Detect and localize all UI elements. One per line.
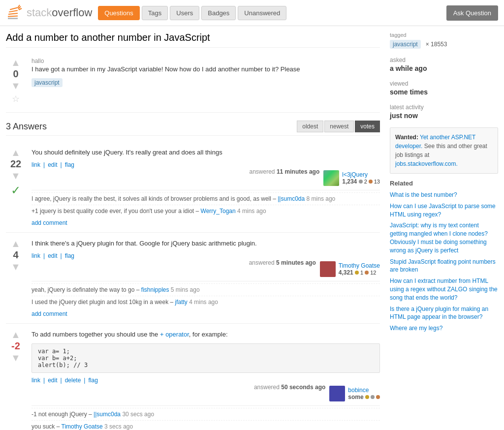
- answer-1-add-comment[interactable]: add comment: [32, 219, 380, 226]
- answer-3-comment-2: you suck – Timothy Goatse 3 secs ago: [32, 420, 380, 430]
- answer-1-flag[interactable]: flag: [65, 161, 74, 168]
- answer-2-body: I think there's a jQuery plugin for that…: [32, 239, 380, 317]
- related-1: What is the best number?: [390, 191, 498, 199]
- tag-javascript[interactable]: javascript: [32, 78, 63, 87]
- question-body: hallo I have got a number in my JavaScri…: [32, 58, 380, 104]
- answer-3-meta: answered 50 seconds ago bobince some: [32, 384, 380, 401]
- question-vote-widget: ▲ 0 ▼ ☆: [6, 58, 26, 104]
- question-tags: javascript: [32, 78, 380, 87]
- answer-1-vote-down[interactable]: ▼: [11, 171, 21, 181]
- comment-author-2[interactable]: Werry_Togan: [201, 208, 236, 215]
- question-vote-count: 0: [13, 68, 18, 80]
- sidebar-viewed: viewed some times: [390, 80, 498, 96]
- comment-b2[interactable]: Timothy Goatse: [62, 423, 103, 430]
- sort-tabs: oldest newest votes: [297, 121, 380, 132]
- viewed-value: some times: [390, 88, 498, 96]
- related-link-7[interactable]: Where are my legs?: [390, 325, 442, 332]
- nav-tags[interactable]: Tags: [142, 6, 168, 20]
- sort-oldest[interactable]: oldest: [297, 121, 323, 132]
- question-vote-up[interactable]: ▲: [11, 58, 21, 67]
- sep: |: [43, 252, 45, 259]
- answer-1-comment-1: I agree, jQuery is really the best, it s…: [32, 192, 380, 205]
- main-nav: Questions Tags Users Badges Unanswered: [98, 6, 286, 20]
- answer-3-user: bobince some: [329, 386, 380, 401]
- content-area: Add a number to another number in JavaSc…: [6, 32, 380, 430]
- ad-jobs-link[interactable]: jobs.stackoverflow.com.: [395, 160, 458, 167]
- question-title: Add a number to another number in JavaSc…: [6, 32, 380, 48]
- answer-1-vote-up[interactable]: ▲: [11, 148, 21, 157]
- answer-3-user-info: bobince some: [348, 387, 380, 400]
- sidebar-tag[interactable]: javascript: [390, 40, 421, 49]
- answer-2-add-comment[interactable]: add comment: [32, 310, 380, 317]
- comment-author[interactable]: ||sumc0da: [278, 195, 305, 202]
- sidebar: tagged javascript × 18553 asked a while …: [390, 32, 498, 430]
- answer-1-time: answered 11 minutes ago: [250, 168, 320, 175]
- answer-2-edit[interactable]: edit: [48, 252, 57, 259]
- answer-2-flag[interactable]: flag: [65, 252, 74, 259]
- answer-2-link[interactable]: link: [32, 252, 40, 259]
- related-link-3[interactable]: JavaScript: why is my text content getti…: [390, 222, 488, 253]
- answer-1-link[interactable]: link: [32, 161, 40, 168]
- answer-1-comments: I agree, jQuery is really the best, it s…: [32, 190, 380, 227]
- svg-rect-3: [9, 10, 18, 12]
- ad-wanted: Wanted:: [395, 134, 418, 141]
- sidebar-related: Related What is the best number? How can…: [390, 180, 498, 333]
- latest-value: just now: [390, 112, 498, 120]
- question-author: hallo: [32, 58, 380, 64]
- answer-2-comment-2: I used the jQuery diet plugin and lost 1…: [32, 296, 380, 308]
- bronze-dot: [376, 395, 380, 399]
- comment-a1[interactable]: fishnipples: [141, 286, 169, 293]
- answer-1-username[interactable]: l<3jQuery: [342, 171, 380, 178]
- svg-rect-1: [8, 15, 18, 17]
- answer-1-vote-count: 22: [10, 158, 21, 170]
- svg-rect-0: [8, 18, 18, 19]
- question-text: I have got a number in my JavaScript var…: [32, 64, 380, 74]
- answer-3-flag[interactable]: flag: [88, 377, 97, 384]
- nav-unanswered[interactable]: Unanswered: [238, 6, 286, 20]
- answer-3-edit[interactable]: edit: [48, 377, 57, 384]
- nav-users[interactable]: Users: [170, 6, 199, 20]
- question-favorite[interactable]: ☆: [12, 93, 20, 104]
- answer-3-username[interactable]: bobince: [348, 387, 380, 394]
- answer-3-vote-down[interactable]: ▼: [11, 353, 21, 363]
- related-link-4[interactable]: Stupid JavaScript floating point numbers…: [390, 258, 496, 274]
- ask-question-button[interactable]: Ask Question: [446, 5, 498, 21]
- bronze-dot: [369, 180, 373, 184]
- answer-1: ▲ 22 ▼ ✓ You should definitely use jQuer…: [6, 142, 380, 233]
- sep: |: [61, 377, 62, 384]
- header: stackoverflow Questions Tags Users Badge…: [0, 0, 504, 26]
- related-link-1[interactable]: What is the best number?: [390, 191, 457, 198]
- gold-dot: [355, 271, 359, 275]
- answer-1-edit[interactable]: edit: [48, 161, 57, 168]
- answer-3-code: var a= 1; var b= a+2; alert(b); // 3: [32, 343, 380, 373]
- related-4: Stupid JavaScript floating point numbers…: [390, 258, 498, 275]
- answer-2-vote-up[interactable]: ▲: [11, 239, 21, 248]
- comment-a2[interactable]: jfatty: [175, 299, 188, 306]
- sep: |: [43, 161, 45, 168]
- answer-2: ▲ 4 ▼ I think there's a jQuery plugin fo…: [6, 233, 380, 324]
- related-link-2[interactable]: How can I use JavaScript to parse some H…: [390, 203, 496, 218]
- sort-votes[interactable]: votes: [355, 121, 380, 132]
- sep: |: [61, 161, 62, 168]
- related-link-5[interactable]: How can I extract number from HTML using…: [390, 277, 498, 301]
- answer-2-comments: yeah, jQuery is definately the way to go…: [32, 281, 380, 318]
- answer-3-delete[interactable]: delete: [65, 377, 81, 384]
- operator-link[interactable]: + operator: [160, 331, 189, 338]
- nav-badges[interactable]: Badges: [201, 6, 236, 20]
- comment-b1[interactable]: ||sumc0da: [94, 411, 121, 418]
- answer-3-avatar: [329, 386, 345, 401]
- main-content: Add a number to another number in JavaSc…: [0, 26, 504, 430]
- answer-3-link[interactable]: link: [32, 377, 40, 384]
- answer-2-username[interactable]: Timothy Goatse: [339, 262, 380, 269]
- nav-questions[interactable]: Questions: [98, 6, 140, 20]
- answer-3-vote-up[interactable]: ▲: [11, 330, 21, 339]
- answer-1-user: l<3jQuery 1,234 2 13: [323, 170, 380, 186]
- answer-1-body: You should definitely use jQuery. It's r…: [32, 148, 380, 226]
- question-vote-down[interactable]: ▼: [11, 81, 21, 91]
- answer-3-comments: -1 not enough jQuery – ||sumc0da 30 secs…: [32, 405, 380, 430]
- answers-header: 3 Answers oldest newest votes: [6, 121, 380, 136]
- sort-newest[interactable]: newest: [324, 121, 354, 132]
- related-link-6[interactable]: Is there a jQuery plugin for making an H…: [390, 306, 488, 321]
- answer-2-vote-down[interactable]: ▼: [11, 262, 21, 272]
- bronze-dot: [365, 271, 369, 275]
